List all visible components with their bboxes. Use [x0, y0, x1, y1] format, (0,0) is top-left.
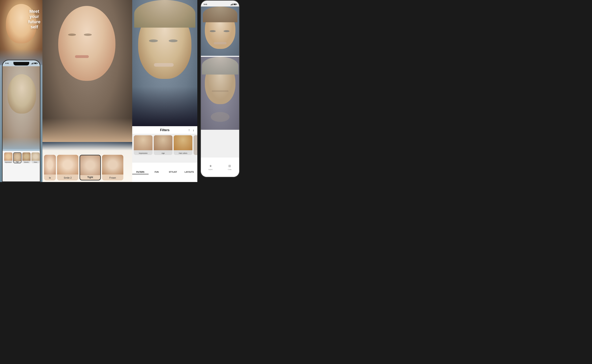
phone-screen-1: 9:41 [3, 60, 40, 182]
panel-4: 9:41 [197, 0, 242, 182]
signal-icon-4 [230, 4, 233, 5]
tab-stylist-4[interactable]: ★ Stylist [201, 164, 220, 170]
filter3-label-hair-colors: Hair colors [174, 152, 192, 154]
filters-title: Filters [160, 128, 170, 132]
tab-layouts[interactable]: LAYOUTS [181, 170, 197, 174]
status-icons-4 [230, 3, 237, 5]
filter-label-frown: Frown [102, 176, 123, 179]
filter-label-smile2: Smile 2 [57, 176, 78, 179]
filter3-age[interactable]: Age [154, 135, 172, 155]
share-icon[interactable]: ↑ [188, 128, 190, 132]
panel-2: le Smile 2 Tight Frown [42, 0, 132, 182]
tab-bar-3: FILTERS FUN STYLIST LAYOUTS [132, 162, 197, 182]
filter-label-age: Age [14, 161, 21, 162]
filter-smile2[interactable]: Smile 2 [57, 155, 78, 180]
filter-label-le: le [44, 176, 56, 179]
woman-face [42, 0, 132, 142]
filter-frown[interactable]: Frown [102, 155, 123, 180]
filter-age[interactable]: Age [13, 152, 21, 163]
headline-text: Meet your future self [28, 9, 40, 30]
headline-line3: future [28, 19, 40, 24]
phone-screen-4: 9:41 [201, 0, 239, 177]
status-icons-1 [31, 62, 37, 64]
star-icon: ★ [209, 164, 212, 168]
tab-filters[interactable]: FILTERS [132, 170, 149, 174]
man-hair-3 [134, 0, 195, 28]
filter-row-3: Impression Age Hair colors Be [132, 134, 197, 156]
filter-beards[interactable]: Beards [22, 152, 31, 163]
headline-line1: Meet [29, 9, 39, 14]
tab-bar-4: ★ Stylist ⊞ Colla [201, 157, 239, 177]
battery-icon-1 [34, 63, 37, 64]
filter3-beards-partial[interactable]: Be [194, 135, 197, 155]
filter3-label-age: Age [154, 152, 172, 154]
filter-tight[interactable]: Tight [79, 155, 101, 180]
status-bar-1: 9:41 [3, 62, 40, 64]
grid-icon: ⊞ [228, 164, 231, 168]
filter-le[interactable]: le [44, 155, 56, 180]
tab-fun[interactable]: FUN [149, 170, 165, 174]
signal-icon-1 [31, 63, 33, 64]
tab-label-colla: Colla [228, 169, 231, 170]
panel2-bottom-strip: le Smile 2 Tight Frown [42, 143, 132, 182]
tab-collage-4[interactable]: ⊞ Colla [220, 164, 239, 170]
filters-header: Filters ↑ ↓ [132, 126, 197, 134]
man-face-4-bottom [201, 57, 239, 130]
man-face-4-top [201, 6, 239, 56]
filter3-label-impression: Impression [134, 152, 152, 154]
filter3-hair-colors[interactable]: Hair colors [174, 135, 192, 155]
phone-frame-1: 9:41 [2, 60, 40, 182]
headline-line4: self [31, 25, 38, 29]
status-time-4: 9:41 [204, 3, 207, 5]
headline-line2: your [30, 14, 39, 19]
filter-label-tight: Tight [80, 176, 100, 179]
phone-frame-4: 9:41 [200, 0, 240, 177]
tab-stylist[interactable]: STYLIST [165, 170, 181, 174]
status-bar-4: 9:41 [204, 3, 237, 5]
filter-row-2: le Smile 2 Tight Frown [42, 155, 132, 180]
download-icon[interactable]: ↓ [193, 128, 194, 132]
filters-action-icons: ↑ ↓ [188, 128, 194, 132]
filter-impression[interactable]: Impression [4, 152, 13, 163]
old-man-face [3, 66, 40, 149]
tab-label-stylist: Stylist [208, 169, 212, 170]
filter-label-beards: Beards [22, 162, 31, 163]
filter-thumbnails-1: Impression Age Beards Glas [3, 152, 39, 163]
filter-label-impression: Impression [4, 162, 13, 163]
filter-label-glasses: Glass [31, 162, 40, 163]
panel-1: Meet your future self 9:41 [0, 0, 42, 182]
man-face-3 [132, 0, 197, 126]
panel-3: Filters ↑ ↓ Impression Age Hair colors B… [132, 0, 197, 182]
phone-bottom-strip-1: Impression Age Beards Glas [3, 151, 40, 182]
filter3-impression[interactable]: Impression [134, 135, 152, 155]
filter-glasses[interactable]: Glass [31, 152, 40, 163]
status-time-1: 9:41 [5, 62, 9, 64]
battery-icon-4 [233, 4, 237, 5]
